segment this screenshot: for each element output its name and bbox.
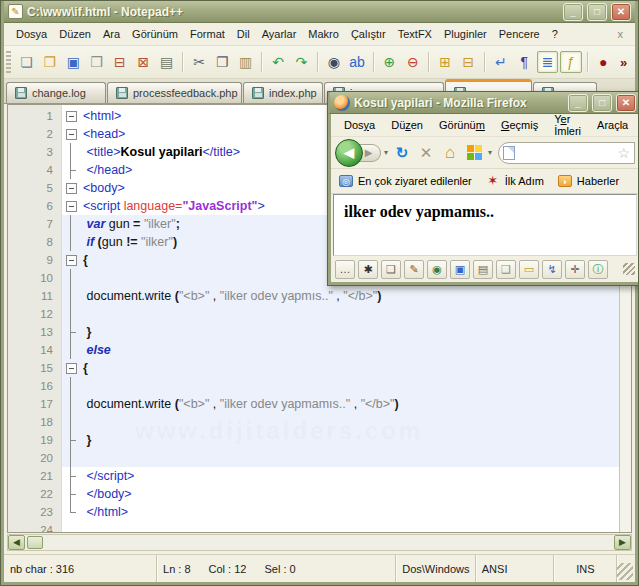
scroll-left-arrow-icon[interactable]: ◀ [8,535,25,550]
new-file-icon[interactable]: ❏ [16,51,37,73]
menu-item-altr[interactable]: Çalıştır [345,25,392,43]
clipboard-tool-icon[interactable]: ❑ [496,260,516,279]
note-tool-icon[interactable]: ▭ [519,260,539,279]
print-tool-icon[interactable]: ▤ [473,260,493,279]
bookmark-red-creature[interactable]: ✶İlk Adım [486,175,544,187]
replace-icon[interactable]: ab [346,51,367,73]
page-tool-icon[interactable]: ❏ [381,260,401,279]
line-number: 14 [8,341,53,359]
paste-icon[interactable]: ▥ [235,51,256,73]
fold-marker[interactable] [62,125,80,143]
open-file-icon[interactable]: ❐ [39,51,60,73]
ff-menu-item-dzen[interactable]: Düzen [384,116,430,134]
menu-item-pencere[interactable]: Pencere [493,25,546,43]
tab-index.php[interactable]: index.php [243,82,323,103]
bookmark-rss-folder[interactable]: ◗Haberler [558,175,619,187]
sync-vertical-icon[interactable]: ⊞ [434,51,455,73]
ff-menu-item-dosya[interactable]: Dosya [337,116,382,134]
undo-icon[interactable]: ↶ [267,51,288,73]
minimize-button[interactable]: _ [563,3,583,21]
menu-item-ara[interactable]: Ara [97,25,126,43]
fold-margin[interactable] [62,105,80,532]
menu-item-textfx[interactable]: TextFX [392,25,438,43]
save-file-icon[interactable]: ▣ [63,51,84,73]
close-button[interactable]: ✕ [611,3,631,21]
tools-tool-icon[interactable]: ✛ [565,260,585,279]
find-icon[interactable]: ◉ [323,51,344,73]
bookmark-star-icon[interactable]: ☆ [617,145,630,161]
redo-icon[interactable]: ↷ [291,51,312,73]
zoom-in-icon[interactable]: ⊕ [379,51,400,73]
copy-icon[interactable]: ❐ [212,51,233,73]
menu-item-pluginler[interactable]: Pluginler [438,25,493,43]
globe-tool-icon[interactable]: ◉ [427,260,447,279]
fold-marker [62,467,80,485]
history-dropdown-icon[interactable]: ▾ [383,148,389,157]
resize-grip-icon[interactable] [617,563,633,580]
firebug-icon[interactable]: ✱ [358,260,378,279]
firefox-close-button[interactable]: ✕ [616,94,636,112]
menu-item-dil[interactable]: Dil [231,25,256,43]
firefox-resize-grip-icon[interactable] [623,263,635,275]
menu-item-?[interactable]: ? [546,25,564,43]
refresh-button[interactable]: ↻ [391,142,413,164]
status-menu-icon[interactable]: … [335,260,355,279]
scrollbar-thumb[interactable] [27,536,43,549]
ff-menu-item-arala[interactable]: Araçla [590,116,635,134]
stop-button[interactable]: ✕ [415,142,437,164]
menu-item-format[interactable]: Format [184,25,231,43]
fold-marker[interactable] [62,179,80,197]
ff-menu-item-gemi[interactable]: Geçmiş [494,116,545,134]
code-line: } [80,431,619,449]
close-file-icon[interactable]: ⊟ [109,51,130,73]
toolbar-overflow-icon[interactable]: » [616,55,631,70]
lightning-tool-icon[interactable]: ↯ [542,260,562,279]
home-button[interactable]: ⌂ [439,142,461,164]
address-bar[interactable]: ☆ [498,142,635,164]
bookmark-search-folder[interactable]: ◎En çok ziyaret edilenler [339,175,472,187]
firefox-titlebar[interactable]: Kosul yapilari - Mozilla Firefox _ □ ✕ [328,92,639,114]
red-creature-icon: ✶ [486,175,500,187]
firefox-minimize-button[interactable]: _ [568,94,588,112]
fold-marker[interactable] [62,251,80,269]
word-wrap-icon[interactable]: ↵ [490,51,511,73]
firefox-maximize-button[interactable]: □ [592,94,612,112]
close-all-icon[interactable]: ⊠ [133,51,154,73]
info-tool-icon[interactable]: ⓘ [588,260,608,279]
indent-guide-icon[interactable]: ≣ [537,51,558,73]
maximize-button[interactable]: □ [587,3,607,21]
cut-icon[interactable]: ✂ [188,51,209,73]
edit-tool-icon[interactable]: ✎ [404,260,424,279]
sync-horizontal-icon[interactable]: ⊟ [458,51,479,73]
menu-item-dosya[interactable]: Dosya [10,25,53,43]
status-insert-mode[interactable]: INS [554,555,617,582]
save-all-icon[interactable]: ❒ [86,51,107,73]
function-list-icon[interactable]: ƒ [560,51,581,73]
menu-item-dzen[interactable]: Düzen [53,25,97,43]
horizontal-scrollbar[interactable]: ◀ ▶ [7,534,632,551]
ff-menu-item-grnm[interactable]: Görünüm [432,116,492,134]
zoom-out-icon[interactable]: ⊖ [402,51,423,73]
back-button[interactable]: ◀ [335,139,363,167]
fold-marker[interactable] [62,359,80,377]
tab-change.log[interactable]: change.log [6,82,106,103]
firefox-page-content[interactable]: ilker odev yapmamıs.. [333,194,637,256]
menubar-close-icon[interactable]: x [612,28,630,40]
code-token: "ilker odev yapmıs.." [220,289,333,303]
menu-item-grnm[interactable]: Görünüm [126,25,184,43]
tab-processfeedback.php[interactable]: processfeedback.php [107,82,242,103]
scroll-right-arrow-icon[interactable]: ▶ [614,535,631,550]
status-encoding[interactable]: ANSI [476,555,555,582]
quick-access-grid-icon[interactable] [463,142,485,164]
menu-item-ayarlar[interactable]: Ayarlar [256,25,303,43]
print-icon[interactable]: ▤ [156,51,177,73]
fold-marker[interactable] [62,197,80,215]
grid-dropdown-icon[interactable]: ▾ [487,148,493,157]
status-eol-format[interactable]: Dos\Windows [396,555,476,582]
save-tool-icon[interactable]: ▣ [450,260,470,279]
menu-item-makro[interactable]: Makro [302,25,345,43]
notepad-titlebar[interactable]: ✎ C:\www\if.html - Notepad++ _ □ ✕ [4,1,635,23]
macro-record-icon[interactable]: ● [593,51,614,73]
fold-marker[interactable] [62,107,80,125]
show-all-chars-icon[interactable]: ¶ [513,51,534,73]
